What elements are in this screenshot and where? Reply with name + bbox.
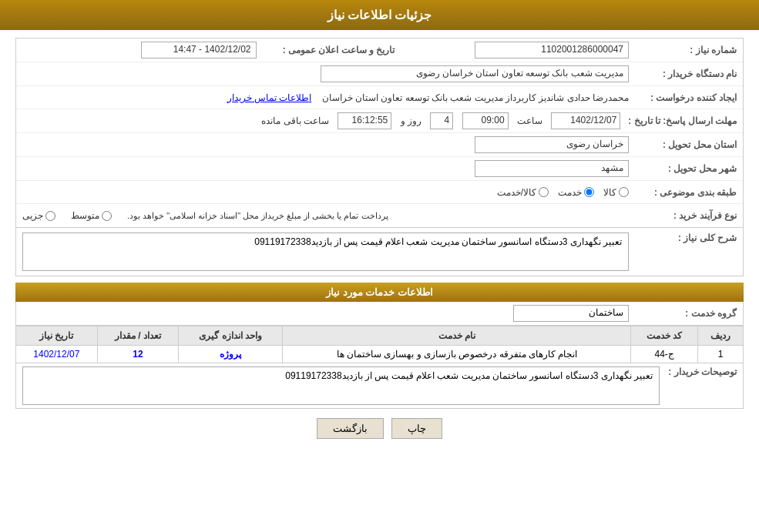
province-input: خراسان رضوی <box>475 136 629 153</box>
deadline-date: 1402/12/07 <box>551 112 620 129</box>
cell-unit: پروژه <box>179 346 283 363</box>
purchase-jozii[interactable]: جزیی <box>22 210 55 221</box>
subject-row: طبقه بندی موضوعی : کالا/خدمت خدمت <box>16 181 743 204</box>
page-container: جزئیات اطلاعات نیاز شماره نیاز : 1102001… <box>0 0 759 532</box>
col-header-name: نام خدمت <box>283 326 631 346</box>
city-input: مشهد <box>475 160 629 177</box>
buyer-desc-section: توصیحات خریدار : تعبیر نگهداری 3دستگاه ا… <box>15 363 744 409</box>
subject-kala-radio[interactable] <box>619 187 629 197</box>
service-group-row: گروه خدمت : ساختمان <box>15 302 744 326</box>
need-desc-wrapper: تعبیر نگهداری 3دستگاه اسانسور ساختمان مد… <box>22 233 629 271</box>
service-group-input: ساختمان <box>513 305 629 322</box>
city-value: مشهد <box>22 160 629 177</box>
need-number-input: 1102001286000047 <box>475 42 629 59</box>
buyer-desc-label: توصیحات خریدار : <box>660 366 737 377</box>
col-header-row: ردیف <box>698 326 744 346</box>
purchase-jozii-label: جزیی <box>22 210 43 221</box>
subject-kala-khidmat[interactable]: کالا/خدمت <box>497 187 549 198</box>
services-table: ردیف کد خدمت نام خدمت واحد اندازه گیری ت… <box>15 326 744 363</box>
announce-datetime-input: 1402/12/02 - 14:47 <box>141 42 257 59</box>
subject-kala-label: کالا <box>603 187 616 198</box>
subject-kala[interactable]: کالا <box>603 187 629 198</box>
col-header-date: تاریخ نیاز <box>16 326 98 346</box>
subject-khidmat[interactable]: خدمت <box>558 187 594 198</box>
buyer-org-row: نام دستگاه خریدار : مدیریت شعب بانک توسع… <box>16 62 743 86</box>
subject-kala-khidmat-label: کالا/خدمت <box>497 187 536 198</box>
service-group-value: ساختمان <box>513 305 629 322</box>
purchase-jozii-radio[interactable] <box>45 211 55 221</box>
col-header-code: کد خدمت <box>631 326 698 346</box>
cell-row-num: 1 <box>698 346 744 363</box>
response-deadline-label: مهلت ارسال پاسخ: تا تاریخ : <box>620 115 737 126</box>
purchase-motavaset-radio[interactable] <box>102 211 112 221</box>
cell-service-name: انجام کارهای متفرقه درخصوص بازسازی و بهس… <box>283 346 631 363</box>
city-row: شهر محل تحویل : مشهد <box>16 157 743 181</box>
subject-options: کالا/خدمت خدمت کالا <box>22 187 629 198</box>
need-number-label: شماره نیاز : <box>629 45 737 55</box>
cell-date: 1402/12/07 <box>16 346 98 363</box>
response-deadline-value: 1402/12/07 ساعت 09:00 4 روز و 16:12:55 س… <box>22 112 620 129</box>
buyer-desc-wrapper: تعبیر نگهداری 3دستگاه اسانسور ساختمان مد… <box>22 366 660 405</box>
purchase-note: پرداخت تمام یا بخشی از مبلغ خریداز محل "… <box>127 211 388 221</box>
subject-label: طبقه بندی موضوعی : <box>629 187 737 198</box>
announce-datetime-value: 1402/12/02 - 14:47 <box>22 42 257 59</box>
requester-value: محمدرضا حدادی شاندیز کاربرداز مدیریت شعب… <box>22 92 629 103</box>
deadline-time: 09:00 <box>462 112 509 129</box>
cell-service-code: ج-44 <box>631 346 698 363</box>
subject-khidmat-label: خدمت <box>558 187 582 198</box>
button-row: چاپ بازگشت <box>15 409 744 448</box>
buyer-org-label: نام دستگاه خریدار : <box>629 69 737 79</box>
purchase-type-row: نوع فرآیند خرید : جزیی متوسط پرداخت تمام… <box>16 204 743 227</box>
requester-name: محمدرضا حدادی شاندیز کاربرداز مدیریت شعب… <box>322 92 629 103</box>
service-group-label: گروه خدمت : <box>629 308 737 319</box>
need-number-row: شماره نیاز : 1102001286000047 تاریخ و سا… <box>16 38 743 62</box>
subject-khidmat-radio[interactable] <box>584 187 594 197</box>
requester-row: ایجاد کننده درخواست : محمدرضا حدادی شاند… <box>16 86 743 109</box>
time-label: ساعت <box>517 115 542 126</box>
subject-kala-khidmat-radio[interactable] <box>539 187 549 197</box>
main-info-section: شماره نیاز : 1102001286000047 تاریخ و سا… <box>15 38 744 228</box>
need-desc-value: تعبیر نگهداری 3دستگاه اسانسور ساختمان مد… <box>22 233 629 271</box>
purchase-motavaset[interactable]: متوسط <box>71 210 112 221</box>
deadline-days: 4 <box>430 112 453 129</box>
buyer-desc-value: تعبیر نگهداری 3دستگاه اسانسور ساختمان مد… <box>22 366 660 405</box>
requester-label: ایجاد کننده درخواست : <box>629 92 737 103</box>
col-header-unit: واحد اندازه گیری <box>179 326 283 346</box>
table-row: 1 ج-44 انجام کارهای متفرقه درخصوص بازساز… <box>16 346 744 363</box>
province-row: استان محل تحویل : خراسان رضوی <box>16 133 743 157</box>
need-desc-section: شرح کلی نیاز : تعبیر نگهداری 3دستگاه اسا… <box>15 228 744 276</box>
announce-datetime-label: تاریخ و ساعت اعلان عمومی : <box>257 45 395 55</box>
buyer-org-input: مدیریت شعب بانک توسعه تعاون استان خراسان… <box>321 65 629 82</box>
content-area: شماره نیاز : 1102001286000047 تاریخ و سا… <box>0 30 759 456</box>
purchase-type-label: نوع فرآیند خرید : <box>629 210 737 221</box>
province-value: خراسان رضوی <box>22 136 629 153</box>
col-header-qty: تعداد / مقدار <box>97 326 179 346</box>
buyer-org-value: مدیریت شعب بانک توسعه تعاون استان خراسان… <box>22 65 629 82</box>
page-title: جزئیات اطلاعات نیاز <box>327 8 432 22</box>
need-number-value: 1102001286000047 <box>395 42 630 59</box>
cell-qty: 12 <box>97 346 179 363</box>
city-label: شهر محل تحویل : <box>629 163 737 174</box>
back-button[interactable]: بازگشت <box>317 418 384 439</box>
print-button[interactable]: چاپ <box>391 418 442 439</box>
purchase-motavaset-label: متوسط <box>71 210 99 221</box>
services-section-title: اطلاعات خدمات مورد نیاز <box>15 283 744 302</box>
purchase-type-value: جزیی متوسط پرداخت تمام یا بخشی از مبلغ خ… <box>22 210 629 221</box>
need-desc-label: شرح کلی نیاز : <box>629 233 737 243</box>
province-label: استان محل تحویل : <box>629 139 737 150</box>
remaining-label: ساعت باقی مانده <box>261 115 329 126</box>
contact-link[interactable]: اطلاعات تماس خریدار <box>227 92 312 103</box>
response-deadline-row: مهلت ارسال پاسخ: تا تاریخ : 1402/12/07 س… <box>16 109 743 133</box>
page-header: جزئیات اطلاعات نیاز <box>0 0 759 30</box>
remaining-time: 16:12:55 <box>338 112 391 129</box>
days-label: روز و <box>401 115 421 126</box>
